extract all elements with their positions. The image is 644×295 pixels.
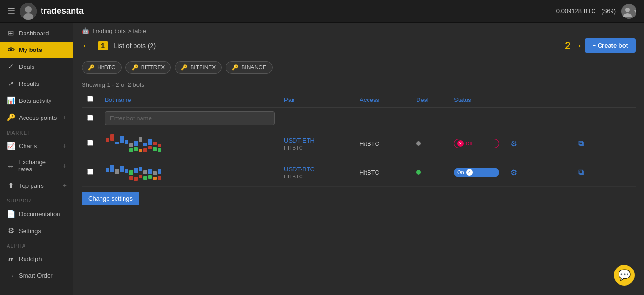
search-checkbox[interactable] <box>87 115 93 121</box>
search-row <box>82 108 636 129</box>
svg-rect-29 <box>129 170 133 175</box>
sidebar-item-charts[interactable]: 📈 Charts + <box>0 137 73 154</box>
key-icon-hitbtc: 🔑 <box>88 64 95 71</box>
row2-deal-dot <box>416 170 421 175</box>
row1-chart <box>105 133 273 154</box>
breadcrumb: 🤖 Trading bots > table <box>73 23 644 36</box>
svg-rect-22 <box>153 147 157 151</box>
row2-gear-icon[interactable]: ⚙ <box>510 168 517 177</box>
tab-binance-label: BINANCE <box>241 64 266 71</box>
sidebar-label-top-pairs: Top pairs <box>19 182 44 189</box>
sidebar-item-dashboard[interactable]: ⊞ Dashboard <box>0 25 73 42</box>
plus-icon-charts[interactable]: + <box>63 142 67 150</box>
arrow-annotation-1: ← <box>82 40 92 52</box>
navbar: ☰ tradesanta 0.009128 BTC ($69) ▾ <box>0 0 644 23</box>
sidebar: ⊞ Dashboard 👁 My bots ✓ Deals ↗ Results … <box>0 23 73 295</box>
sidebar-item-rudolph[interactable]: α Rudolph <box>0 251 73 267</box>
row1-copy-cell: ⧉ <box>573 129 636 158</box>
tab-bittrex-label: BITTREX <box>141 64 165 71</box>
sidebar-item-results[interactable]: ↗ Results <box>0 75 73 92</box>
tab-binance[interactable]: 🔑 BINANCE <box>226 61 272 74</box>
svg-rect-10 <box>129 143 133 147</box>
row2-exchange-label: HITBTC <box>284 174 348 179</box>
svg-rect-25 <box>110 165 114 172</box>
row2-status-cell: On ✓ <box>448 158 505 187</box>
svg-rect-39 <box>143 176 147 180</box>
change-settings-button[interactable]: Change settings <box>82 192 139 205</box>
balance-usd: ($69) <box>602 8 616 15</box>
sidebar-item-deals[interactable]: ✓ Deals <box>0 58 73 75</box>
bot-name-search-input[interactable] <box>105 111 275 125</box>
showing-text: Showing 1 - 2 of 2 bots <box>73 79 644 92</box>
sidebar-label-exchange-rates: Exchange rates <box>18 159 59 173</box>
sidebar-item-smart-order[interactable]: → Smart Order <box>0 267 73 284</box>
svg-rect-27 <box>120 166 124 172</box>
sidebar-item-exchange-rates[interactable]: ↔ Exchange rates + <box>0 154 73 177</box>
svg-rect-9 <box>125 140 128 144</box>
col-header-status[interactable]: Status <box>448 92 505 108</box>
key-icon-binance: 🔑 <box>232 64 239 71</box>
col-header-access[interactable]: Access <box>354 92 410 108</box>
tab-hitbtc-label: HitBTC <box>97 64 116 71</box>
row1-checkbox[interactable] <box>87 140 93 146</box>
tab-bitfinex[interactable]: 🔑 BITFINEX <box>175 61 222 74</box>
hamburger-icon[interactable]: ☰ <box>8 6 15 17</box>
select-all-checkbox[interactable] <box>87 96 93 102</box>
sidebar-item-documentation[interactable]: 📄 Documentation <box>0 205 73 222</box>
breadcrumb-path: Trading bots > table <box>92 27 146 34</box>
tab-bitfinex-label: BITFINEX <box>190 64 216 71</box>
bots-table-wrapper: Bot name Pair Access Deal Status <box>73 92 644 187</box>
create-bot-button[interactable]: + Create bot <box>585 38 636 53</box>
svg-rect-21 <box>148 146 152 149</box>
svg-rect-17 <box>129 148 133 152</box>
row2-status-label: On <box>457 169 464 175</box>
row2-copy-icon[interactable]: ⧉ <box>578 168 584 176</box>
chat-button[interactable]: 💬 <box>614 265 635 286</box>
row1-deal-dot <box>416 141 421 146</box>
table-row: USDT-BTC HITBTC HitBTC On ✓ <box>82 158 636 187</box>
doc-icon: 📄 <box>7 210 15 218</box>
tab-bittrex[interactable]: 🔑 BITTREX <box>125 61 171 74</box>
row1-pair-name[interactable]: USDT-ETH <box>284 137 348 144</box>
row1-pair-cell: USDT-ETH HITBTC <box>278 129 354 158</box>
row2-access-cell: HitBTC <box>354 158 410 187</box>
tab-hitbtc[interactable]: 🔑 HitBTC <box>82 61 122 74</box>
row1-toggle-off[interactable]: ✕ Off <box>454 139 499 148</box>
sidebar-label-bots-activity: Bots activity <box>19 97 51 104</box>
svg-rect-38 <box>139 175 142 178</box>
plus-icon-access[interactable]: + <box>63 114 67 121</box>
row2-checkbox[interactable] <box>87 169 93 175</box>
key-icon-bittrex: 🔑 <box>132 64 139 71</box>
row2-actions: ⚙ <box>510 168 567 177</box>
col-header-pair[interactable]: Pair <box>278 92 354 108</box>
col-header-deal[interactable]: Deal <box>410 92 448 108</box>
col-header-botname[interactable]: Bot name <box>99 92 278 108</box>
sidebar-item-my-bots[interactable]: 👁 My bots <box>0 42 73 58</box>
row1-copy-icon[interactable]: ⧉ <box>578 139 584 147</box>
row2-pair-cell: USDT-BTC HITBTC <box>278 158 354 187</box>
sidebar-label-access-points: Access points <box>19 114 57 121</box>
logo-image <box>20 3 37 20</box>
plus-icon-exchange[interactable]: + <box>63 162 67 169</box>
logo: tradesanta <box>20 3 84 20</box>
plus-icon-top-pairs[interactable]: + <box>63 182 67 189</box>
layout: ⊞ Dashboard 👁 My bots ✓ Deals ↗ Results … <box>0 23 644 295</box>
sidebar-label-charts: Charts <box>19 143 37 150</box>
access-icon: 🔑 <box>7 113 15 122</box>
page-header-right: 2 → + Create bot <box>565 38 636 53</box>
search-cell <box>99 108 636 129</box>
row1-deal-cell <box>410 129 448 158</box>
row2-toggle-on[interactable]: On ✓ <box>454 168 499 177</box>
sidebar-item-access-points[interactable]: 🔑 Access points + <box>0 109 73 126</box>
svg-rect-19 <box>139 149 142 152</box>
svg-rect-13 <box>143 143 147 146</box>
row2-pair-name[interactable]: USDT-BTC <box>284 166 348 173</box>
sidebar-item-top-pairs[interactable]: ⬆ Top pairs + <box>0 177 73 194</box>
page-header-left: ← 1 List of bots (2) <box>82 40 156 52</box>
avatar[interactable]: ▾ <box>621 4 636 19</box>
sidebar-item-settings[interactable]: ⚙ Settings <box>0 222 73 239</box>
sidebar-item-bots-activity[interactable]: 📊 Bots activity <box>0 92 73 109</box>
row1-gear-icon[interactable]: ⚙ <box>510 139 517 148</box>
bots-activity-icon: 📊 <box>7 96 15 105</box>
svg-rect-24 <box>106 168 109 172</box>
